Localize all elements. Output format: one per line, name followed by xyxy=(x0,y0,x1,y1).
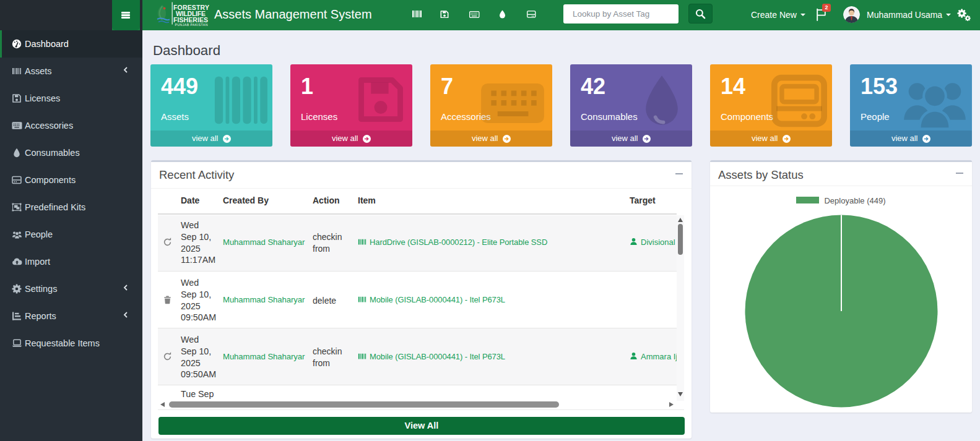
svg-text:FISHERIES: FISHERIES xyxy=(173,16,208,24)
svg-text:PUNJAB PAKISTAN: PUNJAB PAKISTAN xyxy=(175,23,208,27)
